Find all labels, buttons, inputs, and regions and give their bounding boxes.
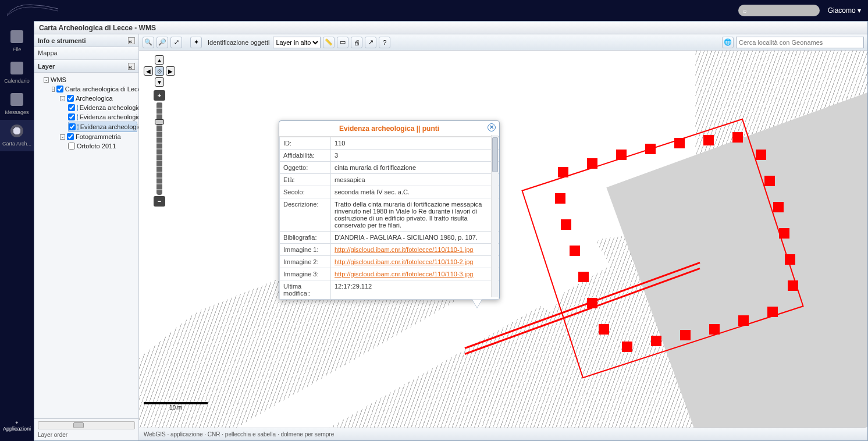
pan-north[interactable]: ▲ — [155, 55, 164, 65]
popup-row-value[interactable]: http://giscloud.ibam.cnr.it/fotolecce/11… — [331, 268, 499, 280]
archeo-point — [561, 219, 571, 230]
export-tool[interactable]: ↗ — [365, 37, 376, 48]
map-toolbar: 🔍 🔎 ⤢ ✦ Identificazione oggetti Layer in… — [139, 34, 867, 51]
geonames-icon: 🌐 — [722, 37, 734, 48]
pan-east[interactable]: ▶ — [166, 66, 175, 76]
user-menu[interactable]: Giacomo ▾ — [828, 6, 861, 15]
popup-row-key: ID: — [280, 137, 331, 150]
popup-scrollbar[interactable] — [491, 135, 498, 297]
calendar-icon — [10, 62, 23, 74]
tree-item[interactable]: Evidenza archeologica || l — [80, 113, 138, 120]
identify-tool[interactable]: ✦ — [190, 37, 202, 48]
zoom-full-tool[interactable]: ⤢ — [170, 37, 182, 48]
popup-title: Evidenza archeologica || punti — [339, 125, 439, 133]
layer-check[interactable] — [56, 86, 63, 93]
identify-layer-select[interactable]: Layer in alto — [273, 37, 321, 48]
popup-row-key: Ultima modifica:: — [280, 280, 331, 300]
popup-row-key: Età: — [280, 174, 331, 186]
popup-close[interactable]: ✕ — [488, 123, 496, 131]
archeo-point — [645, 144, 656, 154]
zoom-in-tool[interactable]: 🔍 — [143, 37, 154, 48]
geonames-search[interactable] — [736, 37, 864, 48]
pan-center[interactable]: ⊙ — [155, 66, 164, 76]
measure-line-tool[interactable]: 📏 — [323, 37, 335, 48]
archeo-point — [587, 158, 597, 169]
zoom-out-button[interactable]: − — [154, 196, 165, 207]
layer-check[interactable] — [67, 133, 74, 140]
info-icon[interactable]: i — [77, 124, 79, 130]
file-icon — [10, 30, 23, 43]
ribbon-carta-archeologica[interactable]: Carta Arch... — [0, 120, 34, 151]
info-icon[interactable]: i — [77, 114, 78, 120]
zoom-in-button[interactable]: + — [154, 90, 165, 101]
tree-lecce[interactable]: Carta archeologica di Lecce — [65, 86, 138, 93]
expand-icon[interactable]: - — [44, 77, 49, 83]
popup-row-value: cinta muraria di fortificazione — [331, 162, 499, 174]
archeo-point — [709, 324, 720, 335]
expand-icon[interactable]: - — [60, 134, 65, 140]
archeo-point — [732, 132, 743, 143]
archeo-point — [788, 280, 798, 291]
popup-row-value: D'ANDRIA - PAGLIARA - SICILIANO 1980, p.… — [331, 232, 499, 244]
tree-wms[interactable]: WMS — [51, 76, 66, 83]
archeo-point — [779, 228, 789, 239]
side-panel: Info e strumenti« Mappa Layer« - WMS - C… — [34, 34, 139, 440]
scale-bar: 10 m — [144, 402, 208, 411]
popup-tail — [472, 300, 482, 308]
layer-check[interactable] — [68, 104, 75, 111]
archeo-point — [599, 324, 609, 335]
nav-control: ▲ ▼ ◀ ▶ ⊙ + − — [144, 55, 175, 207]
popup-row-key: Immagine 3: — [280, 268, 331, 280]
tree-item[interactable]: Evidenza archeologica || p — [80, 123, 138, 130]
archeo-point — [578, 272, 589, 282]
popup-row-value: 3 — [331, 150, 499, 162]
popup-row-value[interactable]: http://giscloud.ibam.cnr.it/fotolecce/11… — [331, 256, 499, 268]
expand-icon[interactable]: - — [52, 87, 55, 92]
tree-item[interactable]: Evidenza archeologica || a — [80, 104, 138, 111]
popup-row-value: 110 — [331, 137, 499, 150]
app-logo — [7, 2, 59, 19]
popup-row-value: 12:17:29.112 — [331, 280, 499, 300]
zoom-slider-track[interactable] — [156, 102, 162, 195]
measure-area-tool[interactable]: ▭ — [337, 37, 348, 48]
print-tool[interactable]: 🖨 — [351, 37, 362, 48]
layer-check[interactable] — [67, 95, 74, 102]
archeo-point — [558, 167, 568, 177]
zoom-slider-thumb[interactable] — [155, 119, 164, 125]
pan-south[interactable]: ▼ — [155, 77, 164, 87]
ribbon-add-app[interactable]: +Applicazioni — [0, 415, 34, 436]
pan-west[interactable]: ◀ — [144, 66, 153, 76]
ribbon-calendario[interactable]: Calendario — [0, 57, 34, 88]
archeo-point — [756, 150, 766, 160]
ribbon-messages[interactable]: Messages — [0, 88, 34, 120]
global-search[interactable]: ⌕ — [738, 5, 820, 16]
popup-row-key: Secolo: — [280, 186, 331, 198]
app-ribbon: File Calendario Messages Carta Arch... +… — [0, 21, 34, 441]
tree-item[interactable]: Ortofoto 2011 — [77, 143, 116, 150]
layer-check[interactable] — [68, 113, 75, 120]
popup-row-key: Affidabilità: — [280, 150, 331, 162]
side-scrollbar[interactable] — [38, 421, 135, 429]
layer-check[interactable] — [68, 143, 75, 150]
archeo-point — [651, 336, 661, 346]
map-canvas[interactable]: ▲ ▼ ◀ ▶ ⊙ + − Ev — [139, 51, 867, 428]
panel-mappa[interactable]: Mappa — [34, 47, 138, 60]
ribbon-file[interactable]: File — [0, 26, 34, 57]
tree-fotogrammetria[interactable]: Fotogrammetria — [76, 133, 121, 140]
zoom-out-tool[interactable]: 🔎 — [156, 37, 168, 48]
expand-icon[interactable]: - — [60, 96, 65, 101]
collapse-panel[interactable]: « — [128, 37, 135, 44]
messages-icon — [10, 93, 23, 106]
collapse-layer[interactable]: « — [128, 63, 135, 70]
help-tool[interactable]: ? — [379, 37, 390, 48]
popup-row-key: Immagine 1: — [280, 244, 331, 256]
info-icon[interactable]: i — [77, 105, 78, 111]
popup-row-key: Bibliografia: — [280, 232, 331, 244]
archeo-point — [773, 202, 784, 212]
layer-check[interactable] — [69, 123, 76, 130]
popup-row-key: Oggetto: — [280, 162, 331, 174]
top-bar: ⌕ Giacomo ▾ — [0, 0, 868, 21]
tree-archeologica[interactable]: Archeologica — [76, 95, 113, 102]
popup-row-value: Tratto della cinta muraria di fortificaz… — [331, 198, 499, 232]
popup-row-value[interactable]: http://giscloud.ibam.cnr.it/fotolecce/11… — [331, 244, 499, 256]
